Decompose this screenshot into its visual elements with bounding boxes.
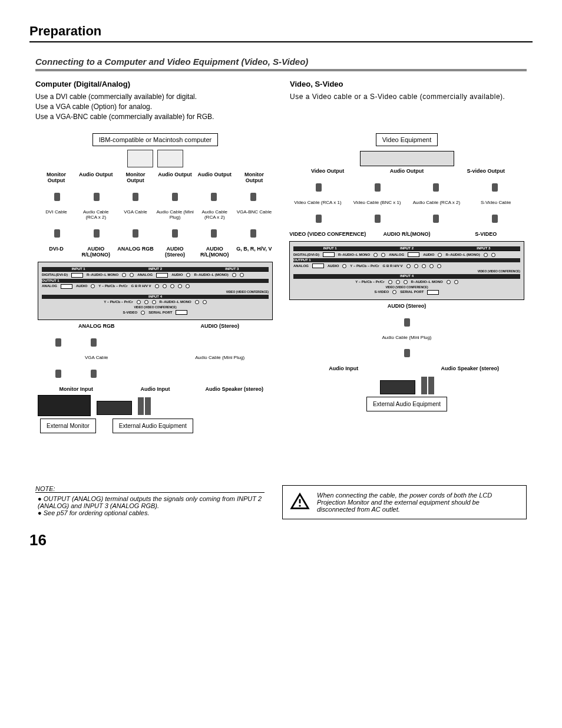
p: G B R H/V V	[131, 284, 151, 288]
p: ANALOG	[42, 284, 57, 288]
plug-icon	[404, 318, 410, 327]
cable-labels: DVI Cable Audio Cable (RCA x 2) VGA Cabl…	[38, 210, 273, 220]
warning-box: When connecting the cable, the power cor…	[282, 485, 527, 519]
p: DIGITAL(DVI-D)	[42, 273, 68, 277]
lbl: AUDIO R/L(MONO)	[368, 232, 445, 238]
lbl: Audio Speaker (stereo)	[416, 366, 525, 372]
note-heading: NOTE:	[35, 485, 265, 493]
p: R–AUDIO–L MONO	[411, 280, 443, 284]
vc2: VIDEO (VIDEO CONFERENCE)	[385, 285, 428, 289]
lbl: Audio Output	[368, 169, 445, 174]
col-body-video: Use a Video cable or a S-Video cable (co…	[290, 92, 527, 102]
speaker-icon	[145, 397, 151, 415]
in1: INPUT 1	[72, 267, 85, 271]
subsection-title: Connecting to a Computer and Video Equip…	[35, 57, 527, 71]
in4: INPUT 4	[148, 295, 162, 299]
laptop-icon	[157, 150, 183, 167]
plug-icon	[250, 193, 256, 201]
plug-icon	[55, 338, 61, 347]
plug-icon	[250, 229, 256, 238]
p: Y – Pb/Cb – Pr/Cr	[350, 264, 379, 268]
note-item: See p57 for ordering optional cables.	[38, 509, 265, 516]
source-box-video: Video Equipment	[376, 133, 438, 146]
p: AUDIO	[423, 253, 434, 257]
p: R–AUDIO–L (MONO)	[194, 273, 228, 277]
dest-labels: Monitor Input Audio Input Audio Speaker …	[38, 387, 273, 393]
lbl: Monitor Output	[117, 172, 154, 184]
lbl: DVI-D	[38, 246, 75, 258]
lbl: Audio Cable (RCA x 2)	[408, 200, 465, 206]
input-labels: DVI-D AUDIO R/L(MONO) ANALOG RGB AUDIO (…	[38, 246, 273, 258]
lbl: Audio Output	[196, 172, 233, 184]
in3: INPUT 3	[477, 246, 490, 251]
p: AUDIO	[171, 273, 183, 277]
plug-icon	[172, 193, 178, 201]
p: R–AUDIO–L MONO	[87, 273, 118, 277]
plug-icon	[492, 215, 498, 223]
in3: INPUT 3	[225, 267, 239, 271]
amp-icon	[380, 380, 415, 394]
plug-icon	[211, 193, 217, 201]
note-item: OUTPUT (ANALOG) terminal outputs the sig…	[38, 495, 265, 509]
in1: INPUT 1	[323, 246, 337, 251]
warning-text: When connecting the cable, the power cor…	[317, 492, 519, 513]
warning-icon	[290, 492, 310, 513]
plug-icon	[172, 229, 178, 238]
lbl: S-video Output	[448, 169, 524, 174]
p: Y – Pb/Cb – Pr/Cr	[98, 284, 127, 288]
desktop-icon	[127, 150, 153, 167]
lbl: ANALOG RGB	[44, 324, 150, 330]
in2: INPUT 2	[148, 267, 162, 271]
speaker-icon	[428, 377, 434, 394]
lbl: Monitor Output	[236, 172, 273, 184]
lbl: Video Cable (BNC x 1)	[349, 200, 406, 206]
line1: Use a DVI cable (commercially available)…	[35, 93, 197, 101]
lbl: DVI Cable	[38, 210, 75, 220]
plug-icon	[133, 229, 138, 238]
plug-icon	[133, 193, 138, 201]
lbl: ANALOG RGB	[117, 246, 154, 258]
vcr-icon	[360, 151, 454, 166]
out1: OUTPUT 1	[42, 279, 59, 283]
connector-panel-right: INPUT 1 INPUT 2 INPUT 3 DIGITAL(DVI-D) R…	[289, 241, 524, 300]
p: ANALOG	[137, 273, 153, 277]
col-heading-video: Video, S-Video	[290, 80, 527, 88]
lbl: VGA Cable	[44, 355, 150, 361]
plug-row2	[38, 223, 273, 244]
plug-icon	[375, 183, 381, 192]
p: Y – Pb/Cb – Pr/Cr	[104, 300, 133, 304]
p: S-VIDEO	[123, 311, 138, 315]
p: R–AUDIO–L MONO	[160, 300, 191, 304]
plug-icon	[54, 193, 60, 201]
footer-area: NOTE: OUTPUT (ANALOG) terminal outputs t…	[35, 485, 527, 519]
p: ANALOG	[293, 264, 309, 268]
page-title: Preparation	[29, 24, 533, 42]
out1: OUTPUT 1	[293, 258, 311, 262]
in2: INPUT 2	[400, 246, 414, 251]
plug-row	[38, 186, 273, 207]
diagram-computer: IBM-compatible or Macintosh computer Mon…	[35, 129, 275, 437]
lbl: Audio Output	[77, 172, 114, 184]
vc2: VIDEO (VIDEO CONFERENCE)	[134, 305, 176, 309]
p: R–AUDIO–L MONO	[338, 253, 370, 257]
diagram-area: IBM-compatible or Macintosh computer Mon…	[35, 129, 527, 437]
plug-icon	[316, 215, 322, 223]
plug-icon	[94, 193, 100, 201]
col-video: Video, S-Video Use a Video cable or a S-…	[290, 80, 527, 121]
plug-icon	[433, 215, 439, 223]
amp-icon	[97, 401, 132, 415]
speaker-icon	[138, 397, 144, 415]
lbl: Audio Input	[289, 366, 398, 372]
plug-icon	[404, 349, 410, 357]
top-output-labels-r: Video Output Audio Output S-video Output	[289, 169, 524, 174]
lbl: Audio Input	[117, 387, 193, 393]
plug-icon	[375, 215, 381, 223]
plug-icon	[211, 229, 217, 238]
plug-icon	[94, 229, 100, 238]
plug-icon	[316, 183, 322, 192]
lbl: AUDIO R/L(MONO)	[196, 246, 233, 258]
lbl: S-VIDEO	[448, 232, 524, 238]
line3: Use a VGA-BNC cable (commercially availa…	[35, 113, 214, 121]
p: Y – Pb/Cb – Pr/Cr	[355, 280, 384, 284]
monitor-icon	[38, 395, 91, 416]
